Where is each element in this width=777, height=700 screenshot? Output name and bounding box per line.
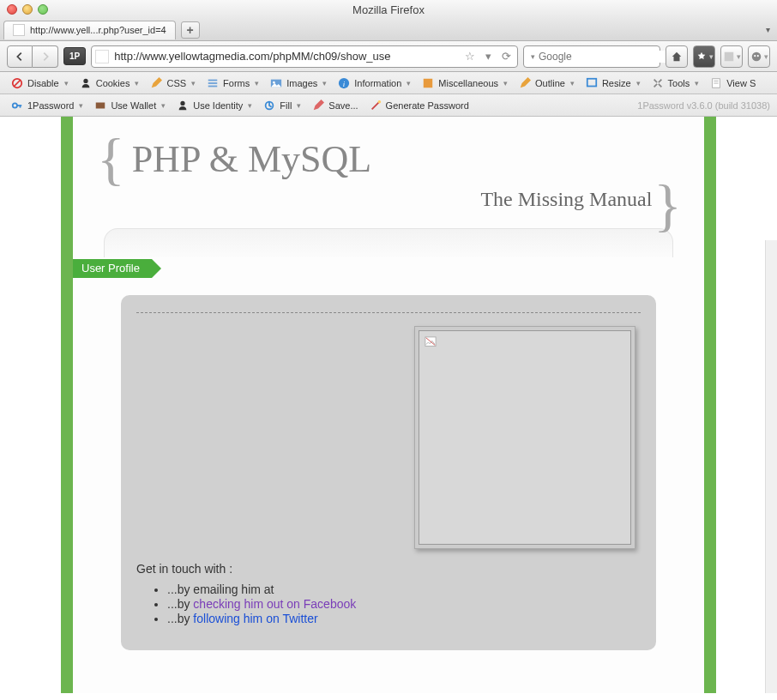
tab-menu-button[interactable]: ▾ [766, 25, 770, 34]
home-icon [671, 51, 683, 63]
svg-point-32 [377, 100, 381, 103]
greasemonkey-button[interactable]: ▾ [748, 45, 770, 68]
svg-rect-20 [424, 78, 433, 88]
bookmarks-button[interactable]: ▾ [693, 45, 715, 68]
viewsource-menu[interactable]: View S [706, 75, 759, 92]
url-dropdown-icon[interactable]: ▾ [483, 50, 494, 63]
forward-button[interactable] [33, 45, 58, 68]
right-brace-icon: } [654, 188, 682, 223]
key-icon [10, 99, 24, 112]
page-title: { PHP & MySQL [97, 137, 371, 181]
twitter-link[interactable]: following him on Twitter [193, 612, 317, 625]
tools-icon [651, 76, 665, 90]
broken-image-icon [425, 336, 437, 348]
form-icon [206, 76, 220, 90]
cookies-menu[interactable]: Cookies▾ [75, 75, 143, 92]
css-menu[interactable]: CSS▾ [146, 75, 199, 92]
image-icon [269, 76, 283, 90]
miscellaneous-menu[interactable]: Miscellaneous▾ [418, 75, 511, 92]
contact-facebook-item: ...by checking him out on Facebook [167, 597, 641, 611]
forward-arrow-icon [39, 51, 51, 63]
page-icon [13, 24, 25, 36]
svg-rect-6 [724, 51, 733, 61]
url-bar[interactable]: ☆ ▾ ⟳ [91, 45, 518, 68]
search-bar[interactable]: ▾ [523, 45, 660, 68]
bookmark-star-icon[interactable]: ☆ [462, 50, 478, 63]
fill-icon [262, 99, 276, 112]
page-card: { PHP & MySQL The Missing Manual } User … [73, 117, 704, 693]
outline-menu[interactable]: Outline▾ [515, 75, 578, 92]
misc-icon [421, 76, 435, 90]
minimize-window-button[interactable] [22, 4, 33, 15]
contact-twitter-item: ...by following him on Twitter [167, 612, 641, 625]
search-input[interactable] [539, 51, 667, 63]
disable-icon [10, 76, 24, 90]
tab-bar: http://www.yell...r.php?user_id=4 + ▾ [0, 19, 777, 41]
close-window-button[interactable] [7, 4, 17, 15]
page-subtitle: The Missing Manual [480, 188, 652, 211]
new-tab-button[interactable]: + [181, 21, 200, 39]
profile-photo-frame [414, 326, 635, 549]
svg-point-25 [13, 103, 17, 107]
resize-menu[interactable]: Resize▾ [581, 75, 644, 92]
nav-buttons [7, 45, 58, 68]
wallet-icon [93, 99, 107, 112]
zoom-window-button[interactable] [38, 4, 48, 15]
svg-line-31 [371, 101, 379, 109]
save-button[interactable]: Save... [308, 97, 361, 114]
window-titlebar: Mozilla Firefox [0, 0, 777, 19]
tools-menu[interactable]: Tools▾ [648, 75, 703, 92]
wand-icon [369, 99, 382, 112]
home-button[interactable] [666, 45, 688, 68]
information-menu[interactable]: iInformation▾ [334, 75, 414, 92]
header-curve [104, 228, 673, 257]
svg-rect-28 [96, 102, 105, 108]
onepassword-menu[interactable]: 1Password▾ [7, 97, 87, 114]
svg-point-29 [181, 100, 185, 105]
bookmark-star-icon [696, 51, 708, 63]
monkey-icon [750, 51, 762, 63]
browser-tab[interactable]: http://www.yell...r.php?user_id=4 [3, 21, 176, 39]
section-ribbon: User Profile [73, 259, 152, 278]
page-background: { PHP & MySQL The Missing Manual } User … [61, 117, 716, 693]
nav-toolbar: 1P ☆ ▾ ⟳ ▾ ▾ ▾ ▾ [0, 41, 777, 72]
info-icon: i [337, 76, 351, 90]
url-input[interactable] [114, 50, 457, 63]
contact-heading: Get in touch with : [136, 562, 641, 576]
generate-button[interactable]: Generate Password [365, 97, 473, 114]
divider [136, 312, 641, 313]
reload-button[interactable]: ⟳ [499, 50, 514, 63]
scrollbar[interactable] [765, 240, 777, 693]
svg-point-9 [756, 55, 758, 57]
svg-point-12 [83, 78, 87, 82]
save-icon [311, 99, 325, 112]
outline-pencil-icon [518, 76, 532, 90]
onepassword-toolbar: 1Password▾ Use Wallet▾ Use Identity▾ Fil… [0, 94, 777, 117]
person-icon [79, 76, 93, 90]
back-button[interactable] [7, 45, 33, 68]
feed-button[interactable]: ▾ [720, 45, 743, 68]
forms-menu[interactable]: Forms▾ [202, 75, 262, 92]
useidentity-menu[interactable]: Use Identity▾ [172, 97, 256, 114]
left-brace-icon: { [97, 142, 125, 177]
identity-icon [176, 99, 190, 112]
svg-rect-21 [587, 78, 597, 86]
browser-viewport: { PHP & MySQL The Missing Manual } User … [0, 117, 777, 693]
traffic-lights [7, 4, 48, 15]
window-title: Mozilla Firefox [352, 3, 425, 16]
tab-label: http://www.yell...r.php?user_id=4 [30, 25, 166, 35]
onepassword-button[interactable]: 1P [63, 47, 86, 65]
search-engine-chevron-icon[interactable]: ▾ [531, 52, 535, 61]
svg-point-7 [751, 51, 761, 61]
contact-email-item: ...by emailing him at [167, 582, 641, 596]
svg-point-8 [754, 55, 756, 57]
fill-menu[interactable]: Fill▾ [259, 97, 304, 114]
document-icon [709, 76, 723, 90]
images-menu[interactable]: Images▾ [266, 75, 330, 92]
profile-panel: Get in touch with : ...by emailing him a… [121, 295, 656, 650]
disable-menu[interactable]: Disable▾ [7, 75, 72, 92]
usewallet-menu[interactable]: Use Wallet▾ [90, 97, 169, 114]
svg-rect-14 [208, 82, 218, 84]
developer-toolbar: Disable▾ Cookies▾ CSS▾ Forms▾ Images▾ iI… [0, 72, 777, 94]
facebook-link[interactable]: checking him out on Facebook [193, 597, 356, 611]
